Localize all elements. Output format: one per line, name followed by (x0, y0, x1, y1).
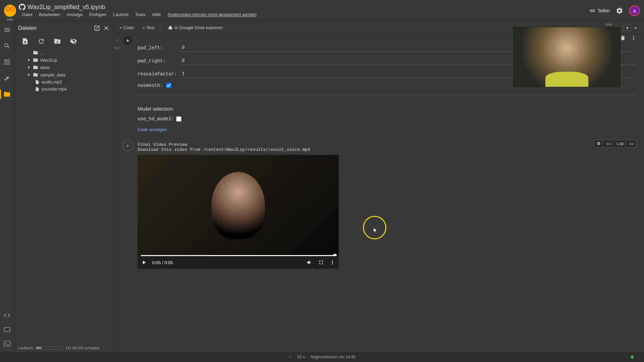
form-row-hd-model: use_hd_model: (138, 116, 636, 122)
file-icon (35, 80, 40, 84)
colab-logo: PRO (4, 5, 16, 17)
add-code-button[interactable]: + Code (117, 24, 136, 32)
terminal-icon[interactable] (3, 340, 11, 347)
disk-usage-bar (36, 347, 63, 349)
menu-bearbeiten[interactable]: Bearbeiten (36, 11, 63, 18)
pro-badge: PRO (7, 18, 13, 21)
status-check-icon: ✓ (288, 355, 292, 359)
settings-icon[interactable] (616, 7, 623, 14)
playback-speed-label: 1.00 (614, 141, 626, 147)
playback-next-button[interactable]: >> (627, 141, 636, 147)
video-controls: 0:05 / 0:05 (138, 256, 339, 269)
ram-label: RAM (605, 23, 622, 26)
search-icon[interactable] (3, 42, 11, 50)
tree-item-label: Wav2Lip (40, 58, 57, 63)
tree-file-audio[interactable]: audio.mp3 (16, 78, 112, 85)
file-tree: .. Wav2Lip drive sample_data audio.mp3 y… (14, 49, 114, 93)
toolbar-divider (161, 24, 161, 31)
tree-folder-drive[interactable]: drive (16, 64, 112, 71)
mount-drive-icon[interactable] (54, 38, 61, 45)
share-button[interactable]: Teilen (589, 8, 610, 14)
folder-icon (33, 72, 38, 77)
more-cell-icon[interactable] (631, 35, 637, 41)
run-output-button[interactable] (122, 140, 133, 152)
file-browser-panel: Dateien .. Wav2Lip drive sample_data (14, 21, 114, 352)
form-label: use_hd_model: (138, 116, 176, 122)
playback-prev-button[interactable]: << (604, 141, 613, 147)
disk-label: Laufwerk (18, 346, 33, 350)
video-time-label: 0:05 / 0:05 (152, 260, 173, 265)
copy-to-drive-button[interactable]: In Google Drive kopieren (166, 24, 225, 32)
menu-laufzeit[interactable]: Laufzeit (111, 11, 131, 18)
disk-usage-footer: Laufwerk 137.88 GB verfügbar (18, 346, 110, 350)
menu-anzeige[interactable]: Anzeige (64, 11, 85, 18)
svg-point-1 (10, 7, 14, 11)
code-snippets-icon[interactable] (3, 312, 11, 319)
show-code-link[interactable]: Code anzeigen (138, 127, 636, 132)
video-player[interactable]: 0:05 / 0:05 (138, 155, 339, 269)
upload-file-icon[interactable] (21, 38, 29, 45)
save-warning-link[interactable]: Änderungen können nicht gespeichert werd… (165, 11, 259, 18)
form-label: pad_left: (138, 45, 181, 51)
add-code-label: Code (123, 25, 134, 30)
run-cell-button[interactable] (122, 35, 133, 46)
menu-tools[interactable]: Tools (132, 11, 148, 18)
tree-item-label: audio.mp3 (42, 79, 62, 84)
video-more-icon[interactable] (329, 259, 335, 265)
github-icon (19, 4, 25, 10)
left-sidebar: x (0, 21, 14, 352)
tree-item-label: youtube.mp4 (42, 86, 67, 92)
form-divider (138, 95, 636, 95)
form-label: pad_right: (138, 58, 181, 64)
folder-icon (33, 65, 38, 70)
tree-file-youtube[interactable]: youtube.mp4 (16, 85, 112, 93)
output-title: Final Video Preview (138, 142, 636, 147)
files-icon[interactable] (3, 90, 11, 98)
resources-dropdown[interactable]: ▼ (624, 25, 631, 31)
video-subject (211, 172, 265, 239)
caret-icon (28, 66, 31, 69)
toc-icon[interactable] (3, 26, 11, 34)
status-exec-time: 53 s (297, 355, 305, 359)
file-panel-tools (14, 35, 114, 49)
nosmooth-checkbox[interactable] (166, 83, 171, 88)
header-bar: PRO Wav2Lip_simplified_v5.ipynb Datei Be… (0, 0, 644, 21)
tree-parent-dir[interactable]: .. (16, 49, 112, 56)
output-subtitle: Download this video from /content/Wav2Li… (138, 147, 636, 152)
webcam-overlay (513, 27, 621, 87)
add-text-button[interactable]: + Text (141, 24, 156, 32)
tree-folder-sampledata[interactable]: sample_data (16, 71, 112, 78)
caret-icon (28, 73, 31, 76)
fullscreen-icon[interactable] (318, 259, 324, 265)
avatar[interactable]: a (629, 5, 640, 16)
svg-rect-4 (4, 341, 10, 346)
delete-cell-icon[interactable] (620, 35, 626, 41)
add-text-label: Text (146, 25, 154, 30)
tree-folder-wav2lip[interactable]: Wav2Lip (16, 56, 112, 64)
hd-model-checkbox[interactable] (176, 116, 181, 122)
refresh-icon[interactable] (38, 38, 45, 45)
avatar-letter: a (633, 8, 636, 13)
secrets-icon[interactable] (3, 74, 11, 82)
menu-einfuegen[interactable]: Einfügen (87, 11, 109, 18)
runtime-status-dot[interactable] (631, 355, 634, 359)
new-window-icon[interactable] (94, 25, 100, 32)
close-panel-icon[interactable] (103, 25, 110, 32)
collapse-icon[interactable] (633, 25, 639, 31)
model-section-label: Model selection: (138, 106, 636, 112)
tree-item-label: sample_data (40, 72, 65, 77)
disk-available-label: 137.88 GB verfügbar (65, 346, 100, 350)
playback-settings-icon[interactable] (595, 140, 603, 147)
toggle-hidden-icon[interactable] (70, 38, 77, 45)
svg-rect-3 (4, 327, 10, 332)
menu-datei[interactable]: Datei (19, 11, 35, 18)
menu-bar: Datei Bearbeiten Anzeige Einfügen Laufze… (19, 11, 589, 18)
volume-icon[interactable] (307, 259, 313, 265)
variables-icon[interactable]: x (3, 58, 11, 66)
video-frame (138, 155, 339, 256)
command-palette-icon[interactable] (3, 326, 11, 333)
play-icon[interactable] (141, 259, 147, 265)
status-completed-label: Abgeschlossen um 14:45 (310, 355, 356, 359)
notebook-title[interactable]: Wav2Lip_simplified_v5.ipynb (28, 4, 105, 11)
menu-hilfe[interactable]: Hilfe (149, 11, 163, 18)
